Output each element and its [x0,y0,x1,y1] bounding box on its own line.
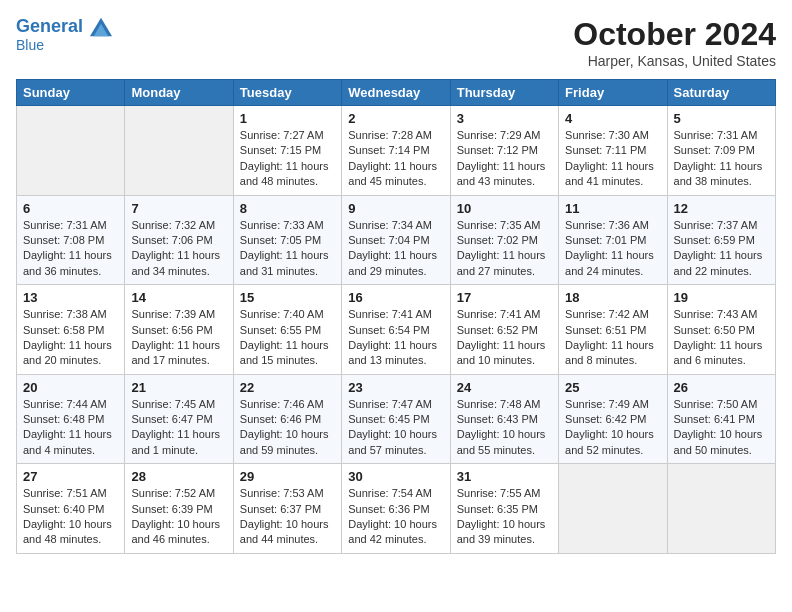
day-number: 31 [457,469,552,484]
weekday-header-thursday: Thursday [450,80,558,106]
day-info: Sunrise: 7:55 AM Sunset: 6:35 PM Dayligh… [457,486,552,548]
day-info: Sunrise: 7:34 AM Sunset: 7:04 PM Dayligh… [348,218,443,280]
calendar-cell: 2Sunrise: 7:28 AM Sunset: 7:14 PM Daylig… [342,106,450,196]
day-number: 24 [457,380,552,395]
weekday-header-tuesday: Tuesday [233,80,341,106]
day-number: 11 [565,201,660,216]
day-number: 5 [674,111,769,126]
day-info: Sunrise: 7:42 AM Sunset: 6:51 PM Dayligh… [565,307,660,369]
calendar-cell [125,106,233,196]
calendar-cell: 1Sunrise: 7:27 AM Sunset: 7:15 PM Daylig… [233,106,341,196]
calendar-week-row: 20Sunrise: 7:44 AM Sunset: 6:48 PM Dayli… [17,374,776,464]
calendar-cell: 19Sunrise: 7:43 AM Sunset: 6:50 PM Dayli… [667,285,775,375]
day-info: Sunrise: 7:29 AM Sunset: 7:12 PM Dayligh… [457,128,552,190]
day-number: 14 [131,290,226,305]
logo: General Blue [16,16,112,53]
weekday-header-sunday: Sunday [17,80,125,106]
day-info: Sunrise: 7:27 AM Sunset: 7:15 PM Dayligh… [240,128,335,190]
day-number: 20 [23,380,118,395]
day-info: Sunrise: 7:32 AM Sunset: 7:06 PM Dayligh… [131,218,226,280]
day-number: 29 [240,469,335,484]
calendar-cell: 22Sunrise: 7:46 AM Sunset: 6:46 PM Dayli… [233,374,341,464]
day-number: 15 [240,290,335,305]
calendar-cell [559,464,667,554]
logo-text: General [16,16,112,38]
calendar-cell: 7Sunrise: 7:32 AM Sunset: 7:06 PM Daylig… [125,195,233,285]
calendar-cell [667,464,775,554]
calendar-week-row: 13Sunrise: 7:38 AM Sunset: 6:58 PM Dayli… [17,285,776,375]
weekday-header-monday: Monday [125,80,233,106]
calendar-cell: 10Sunrise: 7:35 AM Sunset: 7:02 PM Dayli… [450,195,558,285]
day-number: 25 [565,380,660,395]
calendar-cell: 17Sunrise: 7:41 AM Sunset: 6:52 PM Dayli… [450,285,558,375]
day-number: 18 [565,290,660,305]
calendar-cell: 11Sunrise: 7:36 AM Sunset: 7:01 PM Dayli… [559,195,667,285]
calendar-cell: 6Sunrise: 7:31 AM Sunset: 7:08 PM Daylig… [17,195,125,285]
day-number: 28 [131,469,226,484]
day-info: Sunrise: 7:50 AM Sunset: 6:41 PM Dayligh… [674,397,769,459]
day-info: Sunrise: 7:43 AM Sunset: 6:50 PM Dayligh… [674,307,769,369]
calendar-cell: 28Sunrise: 7:52 AM Sunset: 6:39 PM Dayli… [125,464,233,554]
calendar-cell: 25Sunrise: 7:49 AM Sunset: 6:42 PM Dayli… [559,374,667,464]
day-number: 9 [348,201,443,216]
subtitle: Harper, Kansas, United States [573,53,776,69]
calendar-cell: 15Sunrise: 7:40 AM Sunset: 6:55 PM Dayli… [233,285,341,375]
day-info: Sunrise: 7:44 AM Sunset: 6:48 PM Dayligh… [23,397,118,459]
day-number: 4 [565,111,660,126]
calendar-cell: 3Sunrise: 7:29 AM Sunset: 7:12 PM Daylig… [450,106,558,196]
day-number: 21 [131,380,226,395]
day-info: Sunrise: 7:35 AM Sunset: 7:02 PM Dayligh… [457,218,552,280]
calendar-cell: 14Sunrise: 7:39 AM Sunset: 6:56 PM Dayli… [125,285,233,375]
calendar-cell: 16Sunrise: 7:41 AM Sunset: 6:54 PM Dayli… [342,285,450,375]
calendar-cell: 31Sunrise: 7:55 AM Sunset: 6:35 PM Dayli… [450,464,558,554]
day-info: Sunrise: 7:49 AM Sunset: 6:42 PM Dayligh… [565,397,660,459]
day-number: 7 [131,201,226,216]
calendar-week-row: 27Sunrise: 7:51 AM Sunset: 6:40 PM Dayli… [17,464,776,554]
weekday-header-row: SundayMondayTuesdayWednesdayThursdayFrid… [17,80,776,106]
day-number: 10 [457,201,552,216]
day-number: 16 [348,290,443,305]
calendar-cell: 30Sunrise: 7:54 AM Sunset: 6:36 PM Dayli… [342,464,450,554]
calendar-cell: 21Sunrise: 7:45 AM Sunset: 6:47 PM Dayli… [125,374,233,464]
calendar-cell: 18Sunrise: 7:42 AM Sunset: 6:51 PM Dayli… [559,285,667,375]
day-info: Sunrise: 7:41 AM Sunset: 6:52 PM Dayligh… [457,307,552,369]
calendar-cell: 24Sunrise: 7:48 AM Sunset: 6:43 PM Dayli… [450,374,558,464]
day-number: 22 [240,380,335,395]
calendar-cell: 8Sunrise: 7:33 AM Sunset: 7:05 PM Daylig… [233,195,341,285]
weekday-header-friday: Friday [559,80,667,106]
day-number: 2 [348,111,443,126]
day-number: 3 [457,111,552,126]
day-info: Sunrise: 7:33 AM Sunset: 7:05 PM Dayligh… [240,218,335,280]
day-info: Sunrise: 7:46 AM Sunset: 6:46 PM Dayligh… [240,397,335,459]
day-number: 17 [457,290,552,305]
page-header: General Blue October 2024 Harper, Kansas… [16,16,776,69]
logo-subtext: Blue [16,38,112,53]
calendar-cell: 27Sunrise: 7:51 AM Sunset: 6:40 PM Dayli… [17,464,125,554]
day-number: 13 [23,290,118,305]
day-info: Sunrise: 7:45 AM Sunset: 6:47 PM Dayligh… [131,397,226,459]
day-info: Sunrise: 7:37 AM Sunset: 6:59 PM Dayligh… [674,218,769,280]
day-info: Sunrise: 7:39 AM Sunset: 6:56 PM Dayligh… [131,307,226,369]
day-info: Sunrise: 7:30 AM Sunset: 7:11 PM Dayligh… [565,128,660,190]
calendar-cell: 9Sunrise: 7:34 AM Sunset: 7:04 PM Daylig… [342,195,450,285]
day-info: Sunrise: 7:52 AM Sunset: 6:39 PM Dayligh… [131,486,226,548]
day-info: Sunrise: 7:41 AM Sunset: 6:54 PM Dayligh… [348,307,443,369]
day-number: 23 [348,380,443,395]
weekday-header-saturday: Saturday [667,80,775,106]
day-info: Sunrise: 7:47 AM Sunset: 6:45 PM Dayligh… [348,397,443,459]
calendar-cell: 29Sunrise: 7:53 AM Sunset: 6:37 PM Dayli… [233,464,341,554]
day-number: 6 [23,201,118,216]
weekday-header-wednesday: Wednesday [342,80,450,106]
day-info: Sunrise: 7:28 AM Sunset: 7:14 PM Dayligh… [348,128,443,190]
day-number: 30 [348,469,443,484]
day-info: Sunrise: 7:38 AM Sunset: 6:58 PM Dayligh… [23,307,118,369]
day-info: Sunrise: 7:31 AM Sunset: 7:09 PM Dayligh… [674,128,769,190]
day-info: Sunrise: 7:54 AM Sunset: 6:36 PM Dayligh… [348,486,443,548]
calendar-table: SundayMondayTuesdayWednesdayThursdayFrid… [16,79,776,554]
calendar-cell: 5Sunrise: 7:31 AM Sunset: 7:09 PM Daylig… [667,106,775,196]
day-info: Sunrise: 7:40 AM Sunset: 6:55 PM Dayligh… [240,307,335,369]
day-info: Sunrise: 7:48 AM Sunset: 6:43 PM Dayligh… [457,397,552,459]
calendar-week-row: 1Sunrise: 7:27 AM Sunset: 7:15 PM Daylig… [17,106,776,196]
day-number: 19 [674,290,769,305]
day-number: 8 [240,201,335,216]
